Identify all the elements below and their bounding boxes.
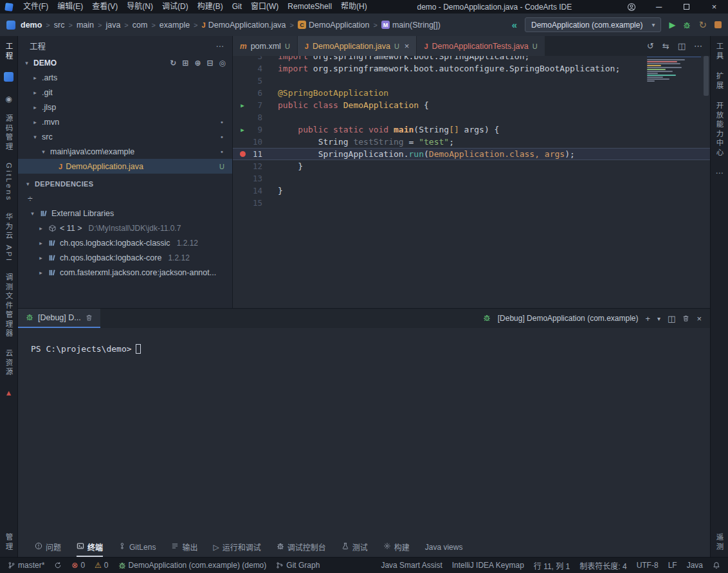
history-icon[interactable]: ↺	[647, 41, 654, 51]
activity-item-工程[interactable]: 工程	[5, 42, 14, 61]
restart-button[interactable]: ↻	[698, 19, 707, 31]
editor-tab-DemoApplicationTests.java[interactable]: JDemoApplicationTests.javaU	[417, 36, 544, 56]
status-item-Git Graph[interactable]: Git Graph	[276, 561, 320, 570]
status-item-UTF-8[interactable]: UTF-8	[637, 561, 659, 570]
panel-tab-测试[interactable]: 测试	[341, 538, 368, 557]
refresh-icon[interactable]: ↻	[170, 59, 176, 68]
editor-tab-DemoApplication.java[interactable]: JDemoApplication.javaU×	[298, 36, 417, 56]
panel-tab-终端[interactable]: 终端	[77, 538, 103, 557]
close-panel-icon[interactable]: ×	[696, 314, 702, 323]
status-item-Java Smart Assist[interactable]: Java Smart Assist	[381, 561, 442, 570]
collapse-all-icon[interactable]: ⊟	[206, 59, 213, 68]
run-arrow-icon[interactable]: ▶	[233, 127, 252, 133]
minimap[interactable]	[647, 57, 701, 82]
menu-item-文件(F)[interactable]: 文件(F)	[19, 0, 53, 14]
dependency-item-< 11 >[interactable]: ▸< 11 >D:\MyInstall\JDK\jdk-11.0.7	[18, 221, 232, 235]
kill-terminal-button[interactable]	[682, 314, 689, 322]
status-item-bell-icon[interactable]	[713, 561, 720, 569]
account-icon[interactable]	[617, 0, 645, 14]
more-icon[interactable]: ⋯	[716, 168, 723, 177]
panel-tab-问题[interactable]: 问题	[35, 538, 61, 557]
tree-root-demo[interactable]: ▾ DEMO ↻⊞⊕⊟◎	[18, 55, 232, 70]
terminal-output[interactable]: PS C:\projects\demo>	[18, 328, 710, 354]
run-arrow-icon[interactable]: ▶	[233, 102, 252, 109]
new-file-icon[interactable]: ⊞	[182, 59, 188, 68]
panel-tab-Java views[interactable]: Java views	[425, 538, 463, 557]
run-config-select[interactable]: DemoApplication (com.example) ▾	[525, 17, 661, 32]
activity-item-扩展[interactable]: 扩展	[715, 72, 724, 91]
breadcrumb-item-src[interactable]: src	[54, 21, 65, 30]
close-button[interactable]: ×	[700, 0, 728, 14]
kill-terminal-icon[interactable]	[86, 314, 93, 322]
status-item-0[interactable]: ⚠0	[95, 561, 108, 570]
status-item-DemoApplication (com.example) (demo)[interactable]: DemoApplication (com.example) (demo)	[118, 561, 267, 570]
code-editor[interactable]: 3import org.springframework.boot.SpringA…	[233, 56, 710, 308]
panel-tab-调试控制台[interactable]: 调试控制台	[277, 538, 326, 557]
terminal-session-tab[interactable]: [Debug] D...	[18, 309, 100, 328]
status-item-0[interactable]: ⊗0	[71, 561, 85, 570]
status-item-制表符长度: 4[interactable]: 制表符长度: 4	[579, 560, 626, 571]
menu-item-编辑(E)[interactable]: 编辑(E)	[53, 0, 87, 14]
minimize-button[interactable]: ─	[645, 0, 673, 14]
panel-tab-构建[interactable]: 构建	[383, 538, 410, 557]
tree-item-DemoApplication.java[interactable]: JDemoApplication.javaU	[18, 159, 232, 174]
activity-item-GitLens[interactable]: GitLens	[5, 163, 14, 202]
new-folder-icon[interactable]: ⊕	[194, 59, 201, 68]
dependency-item-ch.qos.logback:logback-core[interactable]: ▸ch.qos.logback:logback-core1.2.12	[18, 250, 232, 265]
panel-tab-运行和调试[interactable]: ▷运行和调试	[213, 538, 260, 557]
locate-file-icon[interactable]: ◎	[219, 59, 226, 68]
menu-item-构建(B)[interactable]: 构建(B)	[193, 0, 228, 14]
scrollbar-thumb[interactable]	[704, 56, 709, 96]
status-item-IntelliJ IDEA Keymap[interactable]: IntelliJ IDEA Keymap	[452, 561, 524, 570]
activity-item-管理[interactable]: 管理	[5, 533, 14, 552]
split-editor-icon[interactable]: ◫	[678, 41, 686, 51]
debug-button[interactable]	[683, 21, 691, 29]
more-actions-icon[interactable]: ⋯	[216, 41, 225, 51]
close-tab-icon[interactable]: ×	[405, 41, 410, 51]
menu-item-Git[interactable]: Git	[228, 0, 246, 14]
new-terminal-button[interactable]: +	[645, 314, 650, 323]
panel-tab-GitLens[interactable]: GitLens	[118, 538, 156, 557]
breadcrumb-item-main[interactable]: main	[77, 21, 94, 30]
status-item-sync-icon[interactable]	[54, 561, 62, 569]
breadcrumb-item-DemoApplication.java[interactable]: JDemoApplication.java	[202, 21, 286, 30]
breakpoint-icon[interactable]	[233, 151, 252, 157]
status-item-master*[interactable]: master*	[8, 561, 44, 570]
activity-item-华为云 API[interactable]: 华为云 API	[5, 213, 14, 262]
tree-item-.mvn[interactable]: ▸.mvn●	[18, 114, 232, 129]
editor-tab-pom.xml[interactable]: mpom.xmlU	[233, 36, 297, 56]
editor-scrollbar[interactable]	[702, 56, 710, 308]
menu-item-帮助(H)[interactable]: 帮助(H)	[336, 0, 372, 14]
tree-item-main\java\com\example[interactable]: ▾main\java\com\example●	[18, 144, 232, 159]
menu-item-窗口(W)[interactable]: 窗口(W)	[246, 0, 283, 14]
split-terminal-icon[interactable]: ◫	[668, 314, 675, 323]
maximize-button[interactable]	[673, 0, 700, 14]
dependency-item-ch.qos.logback:logback-classic[interactable]: ▸ch.qos.logback:logback-classic1.2.12	[18, 235, 232, 250]
breadcrumb-item-main(String[])[interactable]: Mmain(String[])	[381, 21, 441, 30]
activity-item-开放能力中心[interactable]: 开放能力中心	[715, 102, 724, 158]
tree-item-.git[interactable]: ▸.git	[18, 85, 232, 100]
tree-item-src[interactable]: ▾src●	[18, 129, 232, 144]
more-actions-icon[interactable]: ⋯	[694, 41, 702, 51]
status-item-Java[interactable]: Java	[687, 561, 703, 570]
dependency-item-External Libraries[interactable]: ▾External Libraries	[18, 206, 232, 221]
terminal-dropdown-icon[interactable]: ▾	[657, 315, 660, 322]
tree-item-.arts[interactable]: ▸.arts	[18, 70, 232, 85]
breadcrumb-item-DemoApplication[interactable]: CDemoApplication	[298, 21, 370, 30]
stop-button[interactable]	[714, 21, 722, 28]
status-item-LF[interactable]: LF	[668, 561, 677, 570]
scm-icon[interactable]: ◉	[5, 95, 12, 104]
dependency-filter-icon[interactable]: ÷	[18, 192, 232, 206]
menu-item-导航(N)[interactable]: 导航(N)	[122, 0, 158, 14]
menu-item-查看(V)[interactable]: 查看(V)	[87, 0, 122, 14]
dependency-item-com.fasterxml.jackson.core:jackson-annot...[interactable]: ▸com.fasterxml.jackson.core:jackson-anno…	[18, 265, 232, 280]
menu-item-调试(D)[interactable]: 调试(D)	[158, 0, 193, 14]
compare-icon[interactable]: ⇆	[662, 41, 669, 51]
breadcrumb-item-com[interactable]: com	[132, 21, 148, 30]
navigate-back-icon[interactable]: «	[512, 19, 517, 30]
activity-item-源码管理[interactable]: 源码管理	[5, 114, 14, 152]
activity-item-云资源[interactable]: 云资源	[5, 349, 14, 377]
flame-icon[interactable]: ▲	[5, 388, 13, 397]
activity-item-遥测[interactable]: 遥测	[715, 533, 724, 552]
terminal-session-label[interactable]: [Debug] DemoApplication (com.example)	[498, 314, 639, 323]
